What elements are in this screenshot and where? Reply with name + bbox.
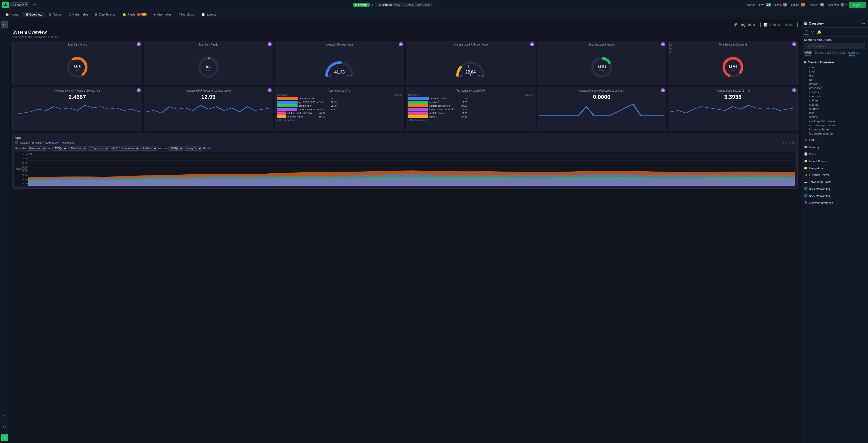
refresh-icon[interactable]: ↺ <box>792 141 795 145</box>
help-icon[interactable]: ? <box>1 413 8 420</box>
svg-text:MiB/s: MiB/s <box>206 69 211 72</box>
table-row: ip-10-20-128-182.ec2.int 27.66 <box>408 108 533 111</box>
table-row: ml-dmo-nightly-48h-train 41.74 <box>277 112 402 115</box>
svg-text:MiB/s: MiB/s <box>74 69 80 72</box>
nav-group-header-disks[interactable]: 💾 Disks <box>803 152 866 157</box>
playing-badge[interactable]: Playing <box>353 3 370 7</box>
logo[interactable] <box>2 2 9 8</box>
chart-cpu-pressure[interactable]: Average CPU Pressure (10 sec, some) 12.9… <box>144 87 273 131</box>
systems-select[interactable]: 18 systems <box>88 146 109 151</box>
dimensions-select[interactable]: 9 of 10 dimensions <box>110 146 140 151</box>
chevron-down-icon: ▾ <box>25 3 27 6</box>
chevron-right-icon[interactable]: › <box>1 32 8 39</box>
alert-dot <box>137 88 141 92</box>
nav-item-interrupts[interactable]: interrupts <box>804 94 865 98</box>
nav-item-load[interactable]: load <box>804 69 865 73</box>
nav-group-header-memory[interactable]: 🧠 Memory <box>803 145 866 150</box>
metric-correlations-button[interactable]: 📊 Metric correlations <box>760 22 798 28</box>
nav-item-entropy[interactable]: entropy <box>804 106 865 111</box>
status-icon[interactable]: ● <box>1 434 8 441</box>
sidebar-tab-filter[interactable]: ▽ <box>810 30 814 35</box>
tab-overview[interactable]: ⊞ Overview <box>22 12 45 17</box>
nav-item-network[interactable]: network <box>804 82 865 86</box>
svg-text:mib/s: mib/s <box>599 69 604 71</box>
chart-top-nodes-cpu[interactable]: Top Nodes by CPU DimensionValue % redis-… <box>275 87 404 131</box>
time-range[interactable]: 2023/10/10 • 22:59 → 23:14 • last 15min <box>375 3 432 7</box>
chart-network-outbound[interactable]: Total Network Outbound 5.5769 mib/s <box>668 41 798 85</box>
nav-item-ipc-sem[interactable]: ipc semaphores <box>804 127 865 131</box>
tab-functions[interactable]: ⨍ Functions <box>175 12 198 17</box>
nav-group-header-cpus[interactable]: ⚡ CPUs <box>803 138 866 143</box>
nav-item-uptime[interactable]: uptime <box>804 115 865 119</box>
chart-title: Total Network Outbound <box>670 43 795 46</box>
tab-alerts[interactable]: 🔔 Alerts 4 12 <box>119 12 150 17</box>
tab-nodes[interactable]: ⊟ Nodes <box>46 12 65 17</box>
nav-item-ipc-shm[interactable]: ipc shared memory <box>804 131 865 135</box>
chart-avg-ram[interactable]: Average Used RAM per Node 21.84 % 0.0010… <box>406 41 535 85</box>
avatar[interactable]: ND <box>1 21 8 28</box>
nav-group-header-networking-stack[interactable]: ☁ Networking Stack <box>803 179 866 184</box>
aggregation-select[interactable]: AVG() <box>52 146 67 151</box>
each-as-select[interactable]: AVG() <box>168 146 184 151</box>
nav-item-softnet[interactable]: softnet <box>804 102 865 106</box>
nav-section-header[interactable]: ⊞ System Overview <box>804 60 865 65</box>
resize-icon[interactable]: ⊡ <box>785 141 787 145</box>
chart-memory-pressure[interactable]: Average Memory Pressure (10 sec, full) 0… <box>537 87 666 131</box>
chart-controls: Group by dimension the AVG() 18 nodes 18… <box>15 146 795 151</box>
nav-group-header-network-interfaces[interactable]: 🔌 Network Interfaces <box>803 200 866 205</box>
chart-total-disk-writes[interactable]: Total Disk Writes 85.5 MiB/s <box>12 41 142 85</box>
nav-group-header-mount-points[interactable]: 📁 Mount Points <box>803 159 866 163</box>
tab-events[interactable]: 📋 Events <box>198 12 219 17</box>
reset-button[interactable]: Reset <box>203 147 210 150</box>
nav-group-header-ipv6[interactable]: 🌐 IPv6 Networking <box>803 193 866 198</box>
chart-title: Top Nodes by CPU <box>277 89 402 92</box>
node-selector[interactable]: All nodes ▾ <box>10 2 29 7</box>
settings-sidebar-icon[interactable]: ⚙ <box>1 423 8 431</box>
nav-item-softirqs[interactable]: softirqs <box>804 98 865 102</box>
live-count-badge: 22 <box>766 3 771 6</box>
sidebar-tab-list[interactable]: ☰ <box>804 29 808 35</box>
nav-item-files[interactable]: files <box>804 111 865 115</box>
more-values[interactable]: ↓ 12 more values <box>277 119 402 121</box>
tab-home[interactable]: 🏠 Home <box>2 12 22 17</box>
nav-group-header-ip-virtual[interactable]: 🖥 IP Virtual Server <box>803 172 866 177</box>
chart-top-nodes-ram[interactable]: Top Nodes by Used RAM DimensionValue % m… <box>406 87 535 131</box>
tab-anomalies[interactable]: ◈ Anomalies <box>150 12 175 17</box>
nav-item-processes[interactable]: processes <box>804 86 865 90</box>
expand-icon[interactable]: ⤢ <box>788 141 791 145</box>
donut-chart: 5.5769 mib/s <box>670 48 795 87</box>
settings-icon[interactable]: ⚙ <box>31 1 38 8</box>
anomalies-icon: ◈ <box>153 13 156 16</box>
nav-group-header-filesystem[interactable]: 📂 Filesystem <box>803 166 866 170</box>
chart-disk-io-pressure[interactable]: Average Disk I/O Pressure (10 sec, full)… <box>12 87 142 131</box>
nav-item-disk[interactable]: disk <box>804 73 865 77</box>
info-icon[interactable]: ℹ <box>783 141 784 145</box>
integrations-button[interactable]: 🔗 Integrations <box>730 22 758 28</box>
more-values[interactable]: ↓ 12 more values <box>408 119 533 121</box>
chart-system-load[interactable]: Average System Load (1 min) 3.3938 <box>668 87 798 131</box>
nav-item-cpu[interactable]: cpu <box>804 65 865 69</box>
search-charts-input[interactable] <box>804 43 865 49</box>
chart-avg-cpu[interactable]: Average CPU per Node 41.38 % 0.00100.00 <box>275 41 404 85</box>
nodes-select[interactable]: 18 nodes <box>68 146 87 151</box>
labels-select[interactable]: 2 labels <box>141 146 157 151</box>
nav-item-clock-sync[interactable]: clock synchronization <box>804 119 865 123</box>
nav-item-ram[interactable]: ram <box>804 77 865 82</box>
collapse-icon[interactable]: ⇥ <box>862 21 865 25</box>
nav-group-disks: 💾 Disks <box>801 151 868 158</box>
chart-total-disk-reads[interactable]: Total Disk Reads 0.1 MiB/s <box>144 41 273 85</box>
add-more-charts-link[interactable]: Add more charts <box>848 51 865 57</box>
alert-dot <box>792 88 796 92</box>
chart-network-inbound[interactable]: Total Network Inbound 3.8871 mib/s <box>537 41 666 85</box>
sign-in-button[interactable]: Sign in <box>849 2 866 8</box>
tab-kubernetes[interactable]: ⎔ Kubernetes <box>65 12 91 17</box>
sidebar-tab-bell[interactable]: 🔔 <box>816 30 822 35</box>
nav-item-ipc-msg[interactable]: ipc message queues <box>804 123 865 127</box>
tab-dashboards[interactable]: ⊞ Dashboards <box>92 12 119 17</box>
every-select[interactable]: every 3s <box>185 146 202 151</box>
nav-item-idlejitter[interactable]: idlejitter <box>804 90 865 94</box>
nav-group-ipv6: 🌐 IPv6 Networking <box>801 192 868 199</box>
group-by-select[interactable]: dimension <box>27 146 46 151</box>
nav-group-cpus: ⚡ CPUs <box>801 137 868 144</box>
nav-group-header-ipv4[interactable]: 🌐 IPv4 Networking <box>803 186 866 191</box>
